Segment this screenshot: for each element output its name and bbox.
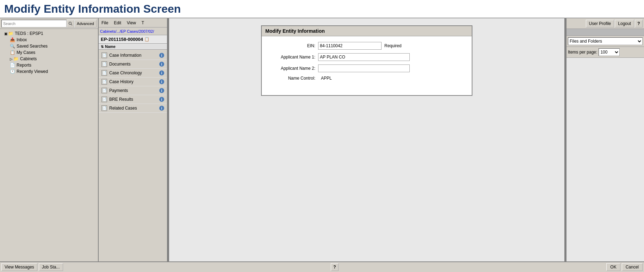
nav-doc-icon-3: 📄: [101, 70, 107, 76]
case-header-icon: 📋: [144, 37, 149, 42]
view-messages-button[interactable]: View Messages: [1, 263, 37, 271]
applicant2-label: Applicant Name 2:: [269, 66, 318, 71]
search-button[interactable]: [67, 20, 74, 27]
middle-panel: File Edit View T Cabinets/.../EP Cases/2…: [99, 18, 169, 261]
info-icon-case-chronology[interactable]: i: [159, 70, 164, 75]
dialog-area: Modify Entity Information EIN: Required …: [169, 18, 564, 261]
name-control-row: Name Control: APPL: [269, 76, 465, 81]
nav-item-case-information[interactable]: 📄 Case Information i: [99, 51, 167, 60]
tree-item-recently-viewed[interactable]: 🕐 Recently Viewed: [1, 68, 97, 75]
applicant1-row: Applicant Name 1:: [269, 53, 465, 61]
svg-line-1: [71, 24, 73, 25]
ein-input[interactable]: [318, 42, 382, 50]
cancel-button[interactable]: Cancel: [622, 263, 643, 271]
folder-icon: 📁: [8, 31, 13, 36]
right-sidebar: User Profile Logout ? Files and Folders …: [566, 18, 644, 261]
tree-item-inbox[interactable]: 📥 Inbox: [1, 37, 97, 43]
breadcrumb[interactable]: Cabinets/.../EP Cases/2007/02/: [99, 27, 167, 35]
nav-doc-icon-4: 📄: [101, 79, 107, 85]
collapse-icon: ▣: [4, 32, 7, 36]
gray-bar: [566, 29, 644, 36]
tree-item-my-cases[interactable]: 📋 My Cases: [1, 49, 97, 56]
applicant2-row: Applicant Name 2:: [269, 64, 465, 72]
recently-viewed-icon: 🕐: [10, 69, 15, 74]
main-content: Modify Entity Information EIN: Required …: [169, 18, 566, 261]
inbox-icon: 📥: [10, 37, 15, 42]
search-icon: [68, 21, 73, 26]
edit-menu[interactable]: Edit: [112, 20, 123, 25]
info-icon-bre-results[interactable]: i: [159, 97, 164, 102]
items-per-page-bar: Items per page: 100 50 25: [566, 47, 644, 58]
nav-item-related-cases[interactable]: 📄 Related Cases i: [99, 104, 167, 113]
ein-row: EIN: Required: [269, 42, 465, 50]
info-icon-payments[interactable]: i: [159, 88, 164, 93]
files-folders-select[interactable]: Files and Folders Files Only Folders Onl…: [568, 37, 643, 45]
items-per-page-label: Items per page:: [568, 50, 597, 55]
required-text: Required: [384, 43, 402, 48]
tree-area: ▣ 📁 TEDS : EPSP1 📥 Inbox 🔍 Saved Searche…: [0, 29, 98, 261]
job-status-button[interactable]: Job Sta...: [39, 263, 63, 271]
files-folders-bar: Files and Folders Files Only Folders Onl…: [566, 36, 644, 47]
name-control-label: Name Control:: [269, 76, 318, 81]
info-icon-related-cases[interactable]: i: [159, 106, 164, 111]
user-profile-button[interactable]: User Profile: [586, 20, 614, 27]
tree-item-saved-searches[interactable]: 🔍 Saved Searches: [1, 43, 97, 49]
advanced-button[interactable]: Advanced: [74, 20, 97, 27]
svg-point-0: [69, 22, 72, 24]
column-header: ⇅ Name: [99, 44, 167, 50]
nav-doc-icon-2: 📄: [101, 61, 107, 67]
t-menu[interactable]: T: [140, 20, 145, 25]
status-bar: View Messages Job Sta... ? OK Cancel: [0, 261, 644, 272]
logout-button[interactable]: Logout: [615, 20, 634, 27]
saved-searches-icon: 🔍: [10, 44, 15, 49]
info-icon-documents[interactable]: i: [159, 62, 164, 67]
search-input[interactable]: [1, 20, 67, 27]
dialog-box: Modify Entity Information EIN: Required …: [261, 25, 472, 96]
tree-root[interactable]: ▣ 📁 TEDS : EPSP1: [1, 30, 97, 37]
help-button-bottom[interactable]: ?: [331, 263, 339, 271]
page-title: Modify Entity Information Screen: [0, 0, 644, 18]
dialog-title: Modify Entity Information: [262, 26, 472, 36]
nav-item-bre-results[interactable]: 📄 BRE Results i: [99, 95, 167, 104]
left-sidebar: Advanced ▣ 📁 TEDS : EPSP1 📥 Inbox 🔍 Save…: [0, 18, 99, 261]
my-cases-icon: 📋: [10, 50, 15, 55]
help-button-header[interactable]: ?: [635, 20, 643, 27]
applicant1-input[interactable]: [318, 53, 410, 61]
search-bar: Advanced: [0, 18, 98, 29]
case-nav-panel: 📄 Case Information i 📄 Documents i 📄 Cas…: [99, 50, 167, 261]
nav-doc-icon: 📄: [101, 52, 107, 58]
file-menu-bar: File Edit View T: [99, 18, 167, 27]
nav-item-case-chronology[interactable]: 📄 Case Chronology i: [99, 69, 167, 78]
nav-doc-icon-5: 📄: [101, 88, 107, 93]
top-buttons: User Profile Logout ?: [566, 18, 644, 29]
items-per-page-select[interactable]: 100 50 25: [599, 48, 620, 56]
ein-label: EIN:: [269, 43, 318, 48]
nav-doc-icon-6: 📄: [101, 97, 107, 102]
info-icon-case-history[interactable]: i: [159, 79, 164, 84]
name-control-value: APPL: [318, 76, 332, 81]
info-icon-case-information[interactable]: i: [159, 53, 164, 58]
applicant1-label: Applicant Name 1:: [269, 55, 318, 60]
reports-icon: 📄: [10, 63, 15, 68]
file-menu[interactable]: File: [100, 20, 110, 25]
sort-icon: ⇅: [101, 45, 104, 49]
view-menu[interactable]: View: [125, 20, 137, 25]
nav-item-documents[interactable]: 📄 Documents i: [99, 60, 167, 69]
applicant2-input[interactable]: [318, 64, 410, 72]
expand-cabinets-icon: ▷: [10, 57, 13, 61]
cabinets-folder-icon: 📁: [13, 56, 19, 61]
case-header: EP-2011158-000004 📋: [99, 35, 167, 44]
ok-button[interactable]: OK: [606, 263, 620, 271]
nav-doc-icon-7: 📄: [101, 105, 107, 111]
tree-item-cabinets[interactable]: ▷ 📁 Cabinets: [1, 56, 97, 62]
dialog-body: EIN: Required Applicant Name 1: Applican…: [262, 36, 472, 90]
nav-item-payments[interactable]: 📄 Payments i: [99, 86, 167, 95]
tree-item-reports[interactable]: 📄 Reports: [1, 62, 97, 68]
right-content-area: [566, 58, 644, 261]
nav-item-case-history[interactable]: 📄 Case History i: [99, 78, 167, 86]
